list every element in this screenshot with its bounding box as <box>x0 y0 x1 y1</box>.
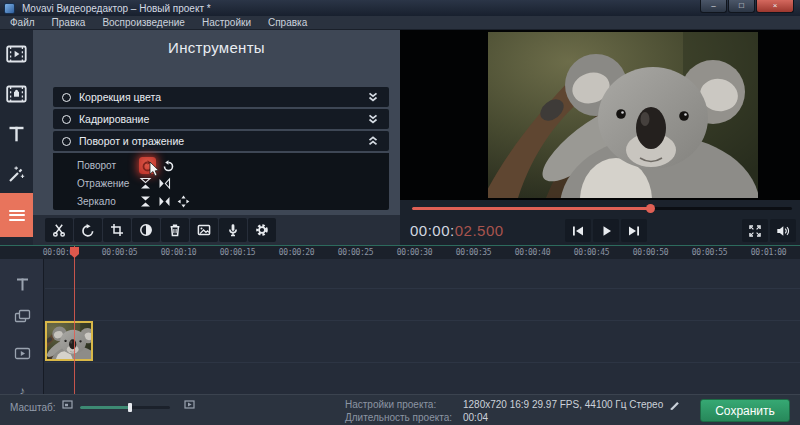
sidebar-item-transitions[interactable] <box>0 74 33 114</box>
mirror-horizontal-button[interactable] <box>158 195 171 208</box>
previous-frame-icon <box>571 224 585 238</box>
seek-row <box>400 200 800 216</box>
save-button[interactable]: Сохранить <box>700 399 790 422</box>
ruler-label: 00:00:10 <box>149 248 208 257</box>
seek-bar[interactable] <box>412 207 792 210</box>
title-bar: Movavi Видеоредактор – Новый проект * – … <box>0 0 800 16</box>
speaker-icon <box>776 224 790 238</box>
flip-horizontal-button[interactable] <box>158 177 171 190</box>
sidebar-item-tools[interactable] <box>0 193 33 237</box>
rotate-flip-options: Поворот <box>53 153 389 210</box>
sidebar-item-titles[interactable] <box>0 114 33 154</box>
titles-icon <box>7 125 26 143</box>
volume-button[interactable] <box>770 219 796 242</box>
timeline-clip[interactable] <box>45 321 93 361</box>
play-button[interactable] <box>593 219 619 242</box>
ruler-label: 00:00:15 <box>208 248 267 257</box>
zoom-out-icon[interactable] <box>62 400 73 409</box>
mirror-vertical-button[interactable] <box>139 195 152 208</box>
titles-track-icon <box>0 277 44 292</box>
flip-label: Отражение <box>77 178 139 189</box>
radio-icon <box>62 115 71 124</box>
ruler-label: 00:00:25 <box>326 248 385 257</box>
cut-button[interactable] <box>45 218 73 242</box>
crop-button[interactable] <box>103 218 131 242</box>
zoom-slider-handle[interactable] <box>128 403 132 412</box>
section-crop[interactable]: Кадрирование <box>53 109 389 129</box>
voice-record-button[interactable] <box>219 218 247 242</box>
zoom-in-icon[interactable] <box>184 400 195 409</box>
status-bar: Масштаб: Настройки проекта: 1280x720 16:… <box>0 394 800 425</box>
edit-pencil-icon[interactable] <box>669 399 680 410</box>
ruler-label: 00:00:55 <box>680 248 739 257</box>
menu-playback[interactable]: Воспроизведение <box>102 17 185 28</box>
timeline-ruler[interactable]: 00:00:00 00:00:05 00:00:10 00:00:15 00:0… <box>0 246 800 259</box>
chevron-double-down-icon <box>367 92 379 103</box>
close-button[interactable]: × <box>756 0 794 13</box>
timeline-zoom-slider[interactable] <box>80 406 170 409</box>
timecode: 00:00:02.500 <box>410 222 504 240</box>
image-icon <box>197 223 211 237</box>
rotate-icon <box>81 223 95 237</box>
mouse-cursor <box>149 162 160 177</box>
menu-settings[interactable]: Настройки <box>202 17 251 28</box>
section-label: Кадрирование <box>79 113 367 125</box>
flip-vertical-button[interactable] <box>139 177 152 190</box>
radio-icon <box>62 93 71 102</box>
sidebar-item-media[interactable] <box>0 34 33 74</box>
section-rotate-flip[interactable]: Поворот и отражение <box>53 131 389 151</box>
main-content: Инструменты Коррекция цвета Кадрирование <box>0 30 800 245</box>
video-frame-koala <box>488 32 758 198</box>
delete-button[interactable] <box>161 218 189 242</box>
menu-edit[interactable]: Правка <box>52 17 86 28</box>
track-separator <box>45 288 800 289</box>
seek-progress <box>412 207 650 210</box>
tools-panel: Инструменты Коррекция цвета Кадрирование <box>33 30 400 215</box>
overlay-track-icon <box>0 309 44 323</box>
menu-help[interactable]: Справка <box>268 17 307 28</box>
track-separator <box>45 320 800 321</box>
preview-pane: 00:00:02.500 <box>400 30 800 245</box>
section-color-correction[interactable]: Коррекция цвета <box>53 87 389 107</box>
maximize-button[interactable]: □ <box>728 0 755 13</box>
rotate-ccw-button[interactable] <box>162 159 175 172</box>
playback-controls: 00:00:02.500 <box>400 216 800 245</box>
filters-wand-icon <box>7 165 26 184</box>
project-info: Настройки проекта: 1280x720 16:9 29.97 F… <box>345 398 680 424</box>
seek-handle[interactable] <box>646 204 655 213</box>
previous-frame-button[interactable] <box>565 219 591 242</box>
playhead-line <box>74 246 75 394</box>
sidebar-item-filters[interactable] <box>0 154 33 194</box>
next-frame-icon <box>627 224 641 238</box>
rotate-label: Поворот <box>77 160 139 171</box>
ruler-label: 00:00:05 <box>90 248 149 257</box>
timeline: 00:00:00 00:00:05 00:00:10 00:00:15 00:0… <box>0 246 800 394</box>
next-frame-button[interactable] <box>621 219 647 242</box>
ruler-label: 00:00:35 <box>444 248 503 257</box>
microphone-icon <box>226 223 240 237</box>
chevron-double-up-icon <box>367 136 379 147</box>
video-track-icon <box>0 347 44 360</box>
scissors-icon <box>52 223 66 237</box>
minimize-button[interactable]: – <box>700 0 727 13</box>
trash-icon <box>168 223 182 237</box>
color-adjustments-button[interactable] <box>132 218 160 242</box>
mirror-center-button[interactable] <box>177 195 190 208</box>
project-duration-label: Длительность проекта: <box>345 411 457 424</box>
project-duration-value: 00:04 <box>463 411 488 424</box>
clip-settings-button[interactable] <box>248 218 276 242</box>
transitions-icon <box>6 85 27 103</box>
ruler-label: 00:00:20 <box>267 248 326 257</box>
ruler-label: 00:00:00 <box>31 248 90 257</box>
timecode-fraction: 02.500 <box>455 222 504 239</box>
project-settings-value: 1280x720 16:9 29.97 FPS, 44100 Гц Стерео <box>463 398 663 411</box>
gear-icon <box>255 223 269 237</box>
image-button[interactable] <box>190 218 218 242</box>
radio-icon <box>62 137 71 146</box>
menu-file[interactable]: Файл <box>10 17 35 28</box>
tool-sections: Коррекция цвета Кадрирование Поворот и о… <box>53 87 389 153</box>
rotate-button[interactable] <box>74 218 102 242</box>
fullscreen-button[interactable] <box>742 219 768 242</box>
track-header-column: ♪ <box>0 259 44 394</box>
contrast-icon <box>139 223 153 237</box>
